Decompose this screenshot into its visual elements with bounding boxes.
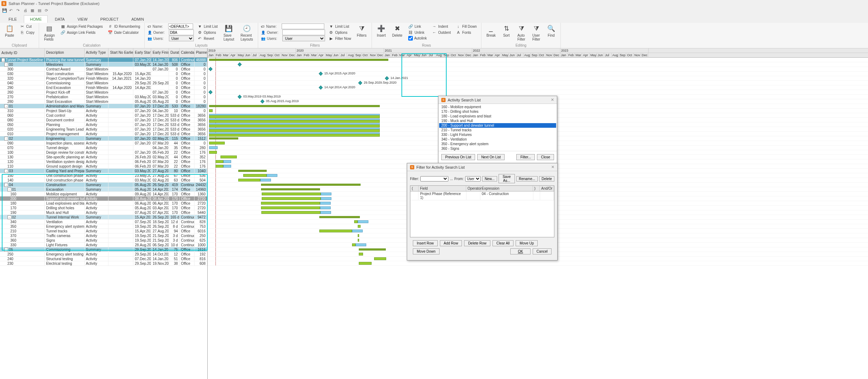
layout-name-input[interactable] (168, 23, 193, 29)
activity-row[interactable]: -02Tunnel Internal WorkSummary15.Apr.202… (0, 215, 207, 220)
search-list-item[interactable]: 350 - Emergency alert system (439, 142, 556, 146)
gantt-bar[interactable] (262, 197, 321, 200)
gantt-bar[interactable] (260, 179, 271, 181)
assign-fields-button[interactable]: ▤Assign Fields (42, 23, 57, 42)
activity-row[interactable]: 140Unit construction phase 1Activity03.M… (0, 178, 207, 183)
activity-row[interactable]: -01Administration and ManagementSummary0… (0, 104, 207, 109)
filter-criteria-grid[interactable]: ( Field Operator Expression ) And/Or Pro… (410, 185, 554, 237)
activity-row[interactable]: 060Cost controlActivity07.Jan.201917.Dec… (0, 113, 207, 118)
filter-from-select[interactable]: User (465, 176, 481, 181)
user-filter-button[interactable]: ⧩User Filter (530, 23, 543, 42)
col-activity-type[interactable]: Activity Type (85, 48, 109, 57)
activity-row[interactable]: 260Project Kick-offStart Milestone07.Jan… (0, 90, 207, 95)
gantt-bar[interactable] (209, 109, 213, 112)
collapse-toggle[interactable]: - (4, 104, 8, 108)
gantt-bar[interactable] (209, 151, 217, 154)
gantt-bar[interactable] (374, 257, 386, 260)
activity-row[interactable]: 240Structural testingActivity07.Dec.2020… (0, 257, 207, 261)
activity-row[interactable]: 300Contract AwardStart Milestone07.Jan.2… (0, 67, 207, 72)
activity-row[interactable]: 090Inspection plans, assessment and reAc… (0, 141, 207, 146)
milestone-diamond-icon[interactable] (358, 81, 362, 85)
move-up-button[interactable]: Move Up (516, 240, 538, 246)
gantt-bar[interactable] (209, 146, 218, 149)
indent-button[interactable]: →Indent (430, 23, 452, 29)
fonts-button[interactable]: AFonts (454, 30, 478, 35)
col-early-finish[interactable]: Early Finish (151, 48, 169, 57)
col-snet[interactable]: Start No Earlier Than (108, 48, 133, 57)
outdent-button[interactable]: ←Outdent (430, 30, 452, 35)
activity-row[interactable]: 040CommissioningStart Milestone29.Sep.20… (0, 81, 207, 85)
assign-field-packages-button[interactable]: ▦Assign Field Packages (59, 23, 104, 29)
activity-row[interactable]: 160Mobilize equipmentActivity09.Aug.2019… (0, 192, 207, 196)
search-list-item[interactable]: 160 - Mobilize equipment (439, 105, 556, 109)
layout-options-button[interactable]: ⚙Options (196, 30, 219, 35)
gantt-bar[interactable] (223, 160, 231, 163)
gantt-bar[interactable] (354, 220, 358, 223)
activity-row[interactable]: 310Project Start-UpActivity07.Jan.201904… (0, 109, 207, 113)
search-list-item[interactable]: 180 - Load explosives and blast (439, 114, 556, 119)
col-planned-qty[interactable]: Planned QTY (195, 48, 207, 57)
gantt-bar[interactable] (356, 243, 366, 246)
recent-layouts-button[interactable]: 🕘Recent Layouts (238, 23, 255, 42)
collapse-toggle[interactable]: - (1, 58, 5, 62)
unlink-button[interactable]: ⛓Unlink (407, 30, 428, 35)
print-icon[interactable]: 🖨 (23, 8, 28, 13)
filter-owner-input[interactable] (282, 30, 325, 35)
cut-button[interactable]: ✂Cut (18, 23, 36, 29)
gantt-bar[interactable] (209, 142, 225, 144)
activity-row[interactable]: -Tunnel Project BaselinePlanning the new… (0, 58, 207, 62)
delete-button[interactable]: Delete (539, 176, 554, 181)
next-button[interactable]: Next On List (477, 154, 505, 160)
gantt-bar[interactable] (209, 105, 380, 107)
collapse-toggle[interactable]: - (4, 137, 8, 141)
filter-options-button[interactable]: ⚙Options (327, 30, 352, 35)
activity-row[interactable]: 070Tunnel designActivity04.Jan.201935Off… (0, 146, 207, 150)
col-early-start[interactable]: Early Start (133, 48, 151, 57)
activity-row[interactable]: 350Emergency alert systemActivity19.Sep.… (0, 224, 207, 229)
search-list[interactable]: 160 - Mobilize equipment170 - Drilling s… (438, 104, 557, 151)
milestone-diamond-icon[interactable] (260, 99, 264, 103)
link-button[interactable]: 🔗Link (407, 23, 428, 29)
activity-row[interactable]: 370Traffic camerasActivity19.Sep.202021.… (0, 233, 207, 238)
activity-row[interactable]: 100Design review for constructionActivit… (0, 150, 207, 155)
gantt-bar[interactable] (358, 234, 359, 237)
activity-row[interactable]: -00MilestonesSummary03.May.201914.Jan.20… (0, 62, 207, 67)
delete-row-button[interactable]: Delete Row (464, 240, 490, 246)
search-list-item[interactable]: 330 - Light Fixtures (439, 132, 556, 137)
ok-button[interactable]: OK (510, 248, 530, 254)
layout-owner-input[interactable] (169, 30, 194, 35)
activity-row[interactable]: -03Casting Yard and PreparationSummary03… (0, 169, 207, 173)
gantt-bar[interactable] (238, 179, 260, 181)
filter-criteria-row[interactable]: Project Phase (Reference 1) = 04 - Const… (410, 191, 554, 200)
col-activity-id[interactable]: Activity ID (0, 48, 45, 57)
search-list-item[interactable]: 170 - Drilling shot holes (439, 109, 556, 114)
milestone-diamond-icon[interactable] (319, 72, 323, 75)
save-icon[interactable]: 💾 (2, 8, 7, 13)
qat-icon[interactable]: ▤ (38, 8, 43, 13)
filter-button[interactable]: Filter... (516, 154, 535, 160)
id-renumbering-button[interactable]: #ID Renumbering (106, 23, 142, 29)
activity-row[interactable]: 030Start constructionStart Milestone15.A… (0, 72, 207, 76)
activity-row[interactable]: 210Tunnel tracksActivity15.Apr.202027.Au… (0, 229, 207, 233)
activity-row[interactable]: 120Ventilation system designActivity06.F… (0, 159, 207, 164)
collapse-toggle[interactable]: - (4, 248, 8, 252)
activity-row[interactable]: 250Emergency alert testingActivity29.Sep… (0, 252, 207, 257)
gantt-bar[interactable] (358, 220, 368, 223)
gantt-bar[interactable] (262, 193, 321, 195)
gantt-bar[interactable] (215, 160, 223, 163)
move-down-button[interactable]: Move Down (413, 248, 440, 254)
gantt-bar[interactable] (215, 165, 223, 168)
activity-row[interactable]: 110Ground support designActivity06.Feb.2… (0, 164, 207, 169)
activity-row[interactable]: 330Light FixturesActivity28.Aug.202006.S… (0, 243, 207, 247)
assign-link-fields-button[interactable]: 🔗Assign Link Fields (59, 30, 104, 35)
search-list-item[interactable]: 190 - Muck and Hull (439, 119, 556, 123)
filter-now-button[interactable]: ▶Filter Now (327, 36, 352, 41)
collapse-toggle[interactable]: - (7, 215, 11, 219)
col-duration[interactable]: Duration (169, 48, 180, 57)
milestone-diamond-icon[interactable] (208, 67, 212, 71)
insert-button[interactable]: ➕Insert (375, 23, 388, 38)
filter-limit-button[interactable]: ▼Limit List (327, 23, 352, 29)
gantt-bar[interactable] (223, 165, 231, 168)
new-button[interactable]: New... (482, 176, 497, 181)
gantt-bar[interactable] (319, 216, 360, 218)
